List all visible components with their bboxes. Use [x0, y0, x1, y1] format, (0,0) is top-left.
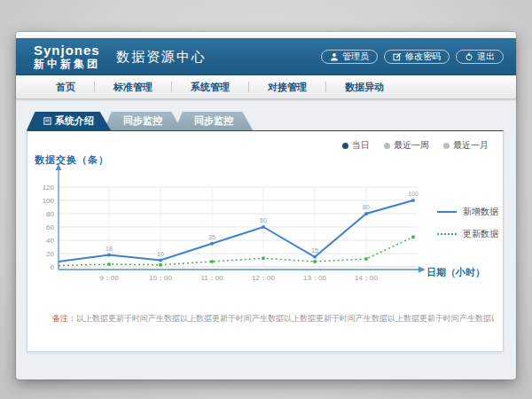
time-range-filter: 当日 最近一周 最近一月	[342, 139, 489, 152]
blue-line-swatch-icon	[437, 211, 457, 213]
nav-item-docking-mgmt[interactable]: 对接管理	[249, 81, 325, 94]
radio-dot-icon	[384, 143, 390, 149]
svg-text:60: 60	[260, 217, 267, 223]
user-icon	[330, 52, 339, 61]
logout-label: 退出	[477, 51, 495, 63]
tab-label: 系统介绍	[55, 114, 94, 128]
svg-text:20: 20	[46, 250, 54, 258]
radio-label: 最近一月	[453, 139, 489, 152]
radio-last-month[interactable]: 最近一月	[443, 139, 489, 152]
app-header: Synjones 新中新集团 数据资源中心 管理员 修改密码	[16, 38, 516, 75]
svg-text:11：00: 11：00	[200, 274, 223, 282]
logo: Synjones 新中新集团	[34, 43, 100, 69]
window-top-strip	[16, 32, 516, 38]
legend-label: 新增数据	[463, 206, 498, 218]
svg-text:120: 120	[43, 184, 55, 192]
radio-dot-icon	[342, 143, 348, 149]
svg-text:80: 80	[363, 204, 370, 210]
tab-sync-monitor-2[interactable]: 同步监控	[175, 112, 253, 130]
change-password-button[interactable]: 修改密码	[384, 50, 450, 64]
radio-label: 当日	[352, 139, 370, 152]
tab-sync-monitor-1[interactable]: 同步监控	[104, 112, 182, 130]
logout-button[interactable]: 退出	[456, 50, 504, 64]
user-button[interactable]: 管理员	[321, 50, 378, 64]
svg-text:12：00: 12：00	[252, 274, 275, 282]
logo-text: Synjones	[34, 43, 100, 57]
svg-text:18: 18	[106, 246, 113, 252]
legend-label: 更新数据	[463, 228, 498, 240]
nav-item-home[interactable]: 首页	[37, 81, 94, 94]
green-dotted-swatch-icon	[437, 233, 457, 235]
radio-today[interactable]: 当日	[342, 139, 370, 152]
svg-text:10：00: 10：00	[149, 274, 172, 282]
chart-legend: 新增数据 更新数据	[437, 206, 498, 250]
svg-text:10: 10	[157, 251, 164, 257]
x-axis-title: 日期（小时）	[426, 266, 485, 279]
svg-text:13：00: 13：00	[303, 274, 326, 282]
radio-last-week[interactable]: 最近一周	[384, 139, 429, 152]
svg-text:100: 100	[43, 197, 55, 205]
line-chart: 0204060801001209：0010：0011：0012：0013：001…	[36, 162, 435, 291]
document-icon	[43, 116, 51, 127]
page-title: 数据资源中心	[116, 47, 207, 66]
footnote: 备注：以上数据更新于时间产生数据以上数据更新于时间产生数据以上数据更新于时间产生…	[52, 313, 494, 325]
svg-text:60: 60	[46, 223, 54, 231]
power-icon	[465, 52, 473, 61]
legend-item-update-data: 更新数据	[437, 228, 498, 240]
footnote-label: 备注：	[52, 314, 76, 323]
tab-label: 同步监控	[194, 114, 233, 128]
svg-text:40: 40	[46, 237, 54, 245]
content-panel: 当日 最近一周 最近一月 数据交换（条） 0204060801001209：00…	[27, 130, 504, 352]
header-actions: 管理员 修改密码 退出	[321, 50, 504, 64]
nav-item-standard-mgmt[interactable]: 标准管理	[95, 81, 171, 94]
tab-bar: 系统介绍 同步监控 同步监控	[27, 112, 253, 130]
svg-text:15: 15	[311, 247, 318, 254]
edit-icon	[393, 52, 402, 61]
svg-text:9：00: 9：00	[99, 274, 119, 282]
legend-item-new-data: 新增数据	[437, 206, 498, 218]
user-label: 管理员	[342, 51, 369, 63]
logo-subtext: 新中新集团	[34, 59, 100, 69]
svg-text:0: 0	[51, 263, 55, 271]
radio-dot-icon	[443, 143, 450, 149]
desktop-background: Synjones 新中新集团 数据资源中心 管理员 修改密码	[0, 0, 532, 399]
nav-item-data-change[interactable]: 数据异动	[326, 81, 403, 94]
nav-item-system-mgmt[interactable]: 系统管理	[172, 81, 248, 94]
main-nav: 首页 标准管理 系统管理 对接管理 数据异动	[16, 75, 516, 99]
tab-system-intro[interactable]: 系统介绍	[27, 112, 111, 130]
svg-text:35: 35	[208, 234, 215, 240]
svg-text:100: 100	[408, 191, 419, 197]
svg-text:14：00: 14：00	[355, 274, 378, 282]
change-password-label: 修改密码	[405, 51, 441, 63]
svg-text:80: 80	[46, 210, 54, 218]
tab-label: 同步监控	[123, 114, 162, 128]
footnote-text: 以上数据更新于时间产生数据以上数据更新于时间产生数据以上数据更新于时间产生数据以…	[76, 314, 494, 323]
app-window: Synjones 新中新集团 数据资源中心 管理员 修改密码	[16, 32, 516, 379]
radio-label: 最近一周	[394, 139, 429, 152]
